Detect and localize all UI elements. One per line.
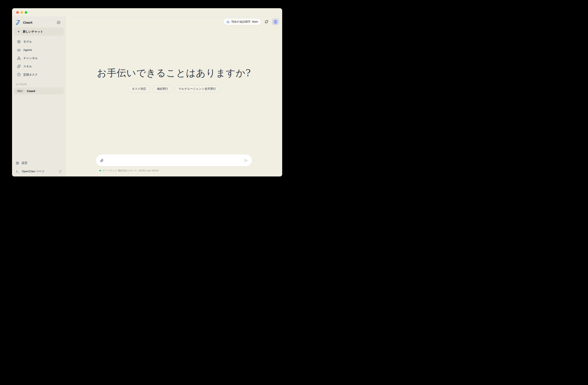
sidebar-item-scheduled-tasks[interactable]: 定期タスク bbox=[14, 70, 64, 79]
sidebar-item-label: モデル bbox=[23, 40, 32, 44]
chat-title: ClawX bbox=[27, 89, 36, 93]
puzzle-icon bbox=[17, 65, 21, 68]
collapse-sidebar-button[interactable] bbox=[57, 21, 60, 24]
bot-icon bbox=[17, 48, 21, 52]
openclaw-page-link[interactable]: OpenClaw ページ bbox=[14, 167, 64, 176]
external-link-icon bbox=[59, 170, 62, 173]
sidebar-item-skills[interactable]: スキル bbox=[14, 62, 64, 70]
refresh-button[interactable] bbox=[264, 20, 269, 24]
composer-area: ゲートウェイ 接続済み | ポート: 18789 | pid: 69319 bbox=[66, 155, 282, 172]
attach-file-button[interactable] bbox=[100, 159, 104, 162]
message-text-input[interactable] bbox=[106, 159, 241, 162]
history-section-label: 1か月以内 bbox=[14, 83, 64, 86]
refresh-icon bbox=[265, 20, 268, 23]
send-button[interactable] bbox=[244, 159, 248, 162]
bot-icon bbox=[226, 20, 230, 23]
main-area: 現在の会話相手: Main bbox=[66, 17, 282, 177]
header-controls: 現在の会話相手: Main bbox=[223, 18, 279, 25]
brain-icon bbox=[274, 20, 277, 24]
minimize-window-button[interactable] bbox=[21, 11, 23, 14]
gateway-status: ゲートウェイ 接続済み | ポート: 18789 | pid: 69319 bbox=[96, 169, 252, 172]
network-icon bbox=[17, 56, 21, 60]
message-composer[interactable] bbox=[96, 155, 252, 166]
desktop-background: ClawX 新しいチャット bbox=[0, 0, 294, 193]
clawx-lobster-logo-icon bbox=[15, 20, 21, 25]
agent-badge: Main bbox=[15, 89, 24, 93]
app-name: ClawX bbox=[23, 21, 33, 24]
chip-task-support[interactable]: タスク対応 bbox=[128, 85, 150, 92]
sidebar-item-models[interactable]: モデル bbox=[14, 38, 64, 46]
paperclip-icon bbox=[100, 159, 104, 162]
gear-icon bbox=[16, 161, 19, 165]
settings-label: 設定 bbox=[22, 161, 27, 165]
panel-left-close-icon bbox=[57, 21, 60, 24]
chip-continuous-run[interactable]: 連続実行 bbox=[153, 85, 172, 92]
sidebar-footer: 設定 OpenClaw ページ bbox=[14, 159, 64, 176]
send-icon bbox=[244, 159, 248, 162]
hero: お手伝いできることはありますか? タスク対応 連続実行 マルチエージェント並列実… bbox=[66, 67, 282, 92]
sidebar-item-label: チャンネル bbox=[23, 56, 38, 60]
titlebar bbox=[12, 8, 282, 17]
sidebar-item-channels[interactable]: チャンネル bbox=[14, 54, 64, 62]
sidebar-item-agents[interactable]: Agents bbox=[14, 46, 64, 54]
memory-button[interactable] bbox=[272, 18, 279, 25]
chat-history-item[interactable]: Main ClawX bbox=[14, 87, 64, 95]
plus-icon bbox=[17, 30, 20, 33]
suggestion-chips: タスク対応 連続実行 マルチエージェント並列実行 bbox=[66, 85, 282, 92]
status-connected-dot bbox=[100, 170, 101, 171]
sidebar-item-label: スキル bbox=[23, 65, 32, 68]
new-chat-button[interactable]: 新しいチャット bbox=[14, 27, 64, 36]
settings-button[interactable]: 設定 bbox=[14, 159, 64, 167]
gateway-status-text: ゲートウェイ 接続済み | ポート: 18789 | pid: 69319 bbox=[103, 169, 159, 172]
chip-multi-agent-parallel[interactable]: マルチエージェント並列実行 bbox=[175, 85, 220, 92]
sidebar-menu: モデル Agents bbox=[14, 38, 64, 79]
new-chat-label: 新しいチャット bbox=[23, 30, 43, 34]
window-content: ClawX 新しいチャット bbox=[12, 17, 282, 177]
conversation-partner-badge[interactable]: 現在の会話相手: Main bbox=[223, 18, 261, 25]
sidebar: ClawX 新しいチャット bbox=[12, 17, 66, 177]
traffic-lights bbox=[16, 11, 27, 14]
app-window: ClawX 新しいチャット bbox=[12, 8, 282, 177]
logo-row: ClawX bbox=[14, 20, 64, 25]
terminal-icon bbox=[16, 170, 19, 173]
sidebar-item-label: 定期タスク bbox=[23, 73, 38, 77]
openclaw-label: OpenClaw ページ bbox=[22, 169, 44, 173]
greeting-heading: お手伝いできることはありますか? bbox=[66, 67, 282, 79]
cpu-icon bbox=[17, 40, 21, 43]
partner-badge-label: 現在の会話相手: Main bbox=[231, 20, 258, 24]
close-window-button[interactable] bbox=[16, 11, 19, 14]
clock-icon bbox=[17, 73, 21, 76]
zoom-window-button[interactable] bbox=[25, 11, 27, 14]
sidebar-item-label: Agents bbox=[23, 48, 32, 52]
